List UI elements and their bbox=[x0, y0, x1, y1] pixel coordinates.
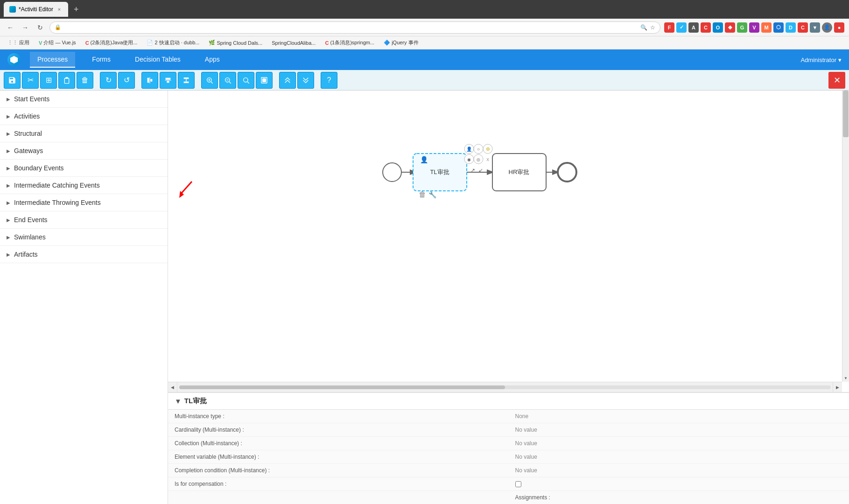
forward-button[interactable]: → bbox=[20, 22, 31, 33]
section-intermediate-catching-header[interactable]: ▶ Intermediate Catching Events bbox=[0, 177, 168, 194]
nav-apps[interactable]: Apps bbox=[197, 52, 227, 68]
section-intermediate-throwing-header[interactable]: ▶ Intermediate Throwing Events bbox=[0, 194, 168, 211]
zoom-out-button[interactable] bbox=[219, 72, 236, 89]
v-scroll-down[interactable]: ▼ bbox=[842, 375, 849, 382]
cut-button[interactable]: ✂ bbox=[22, 72, 39, 89]
chevron-down-icon: ▾ bbox=[838, 56, 842, 63]
h-scrollbar-track[interactable] bbox=[179, 385, 831, 389]
section-structural: ▶ Structural bbox=[0, 125, 168, 142]
zoom-in-button[interactable] bbox=[201, 72, 218, 89]
settings-icon[interactable]: 🔧 bbox=[428, 191, 437, 199]
nav-forms[interactable]: Forms bbox=[84, 52, 118, 68]
delete-icon[interactable]: 🗑 bbox=[419, 190, 426, 198]
browser-ext-1[interactable]: F bbox=[664, 22, 674, 33]
close-editor-button[interactable]: ✕ bbox=[828, 72, 845, 89]
section-start-events-header[interactable]: ▶ Start Events bbox=[0, 91, 168, 107]
align-stretch-button[interactable] bbox=[178, 72, 195, 89]
bookmark-apps[interactable]: ⋮⋮ 应用 bbox=[5, 38, 32, 47]
browser-ext-10[interactable]: ⬡ bbox=[773, 22, 784, 33]
prop-value-cardinality: No value bbox=[509, 423, 849, 437]
browser-ext-12[interactable]: C bbox=[798, 22, 808, 33]
route1-button[interactable] bbox=[279, 72, 296, 89]
undo-button[interactable]: ↻ bbox=[100, 72, 117, 89]
prop-label-collection: Collection (Multi-instance) : bbox=[168, 437, 509, 450]
h-scrollbar-thumb[interactable] bbox=[179, 385, 505, 389]
profile-icon[interactable]: 👤 bbox=[822, 22, 832, 33]
v-scrollbar-thumb[interactable] bbox=[843, 91, 849, 137]
bookmark-springcloud-alibaba[interactable]: SpringCloudAliba... bbox=[269, 39, 318, 47]
browser-ext-6[interactable]: ◆ bbox=[725, 22, 735, 33]
bookmark-springm[interactable]: C (1条消息)springm... bbox=[322, 38, 377, 47]
v-scrollbar[interactable]: ▼ bbox=[842, 91, 849, 382]
nav-decision-tables[interactable]: Decision Tables bbox=[127, 52, 188, 68]
start-event[interactable] bbox=[383, 163, 401, 182]
browser-ext-11[interactable]: D bbox=[786, 22, 796, 33]
help-button[interactable]: ? bbox=[321, 72, 337, 89]
tab-close-button[interactable]: × bbox=[56, 6, 63, 13]
browser-icons: F ✓ A C O ◆ G V M ⬡ D C ▼ 👤 ● bbox=[664, 22, 844, 33]
section-swimlanes-header[interactable]: ▶ Swimlanes bbox=[0, 229, 168, 245]
svg-rect-6 bbox=[166, 77, 171, 79]
diagram-canvas[interactable]: TL审批 👤 👤 ○ ⚙ ◉ ◎ X ↗ ↙ � bbox=[168, 91, 849, 392]
bookmark-dubbo[interactable]: 📄 2 快速启动 · dubb... bbox=[144, 38, 202, 47]
bookmark-vuejs[interactable]: V 介绍 — Vue.js bbox=[36, 38, 79, 47]
prop-value-is-compensation[interactable] bbox=[509, 477, 849, 491]
h-scroll-right[interactable]: ▶ bbox=[833, 382, 842, 392]
browser-ext-9[interactable]: M bbox=[761, 22, 772, 33]
url-input[interactable]: localhost:8080/activiti-app/editor/#/edi… bbox=[64, 24, 638, 31]
properties-title: TL审批 bbox=[184, 397, 207, 406]
browser-ext-5[interactable]: O bbox=[713, 22, 723, 33]
new-tab-button[interactable]: + bbox=[71, 5, 82, 14]
section-gateways-header[interactable]: ▶ Gateways bbox=[0, 142, 168, 159]
arrow-icon: ▶ bbox=[7, 97, 10, 102]
browser-ext-8[interactable]: V bbox=[749, 22, 759, 33]
save-button[interactable] bbox=[4, 72, 21, 89]
copy-button[interactable]: ⊞ bbox=[40, 72, 57, 89]
section-end-events-header[interactable]: ▶ End Events bbox=[0, 211, 168, 228]
paste-button[interactable] bbox=[58, 72, 75, 89]
browser-ext-13[interactable]: ▼ bbox=[810, 22, 820, 33]
redo-button[interactable]: ↺ bbox=[118, 72, 135, 89]
section-structural-label: Structural bbox=[14, 130, 42, 137]
browser-ext-7[interactable]: G bbox=[737, 22, 747, 33]
h-scroll-left[interactable]: ◀ bbox=[168, 382, 177, 392]
compensation-checkbox[interactable] bbox=[515, 481, 521, 487]
align-vertical-button[interactable] bbox=[141, 72, 158, 89]
properties-collapse-btn[interactable]: ▼ bbox=[175, 397, 182, 405]
bookmark-java[interactable]: C (2条消息)Java使用... bbox=[83, 38, 140, 47]
nav-processes[interactable]: Processes bbox=[30, 52, 75, 68]
align-horizontal-button[interactable] bbox=[160, 72, 176, 89]
refresh-button[interactable]: ↻ bbox=[35, 22, 46, 33]
delete-button[interactable]: 🗑 bbox=[77, 72, 93, 89]
user-menu[interactable]: Administrator ▾ bbox=[800, 56, 842, 63]
address-bar[interactable]: 🔒 localhost:8080/activiti-app/editor/#/e… bbox=[49, 21, 660, 34]
browser-tab[interactable]: *Activiti Editor × bbox=[4, 2, 68, 17]
section-structural-header[interactable]: ▶ Structural bbox=[0, 125, 168, 142]
svg-line-13 bbox=[211, 82, 213, 84]
apps-icon: ⋮⋮ bbox=[7, 40, 18, 46]
section-intermediate-catching: ▶ Intermediate Catching Events bbox=[0, 177, 168, 194]
action-sub3-text: X bbox=[486, 157, 489, 162]
browser-ext-2[interactable]: ✓ bbox=[676, 22, 687, 33]
bookmark-jquery[interactable]: 🔷 jQuery 事件 bbox=[381, 38, 421, 47]
route2-button[interactable] bbox=[297, 72, 314, 89]
browser-ext-3[interactable]: A bbox=[688, 22, 699, 33]
section-activities-header[interactable]: ▶ Activities bbox=[0, 108, 168, 125]
zoom-fit-button[interactable] bbox=[238, 72, 254, 89]
toolbar: ✂ ⊞ 🗑 ↻ ↺ ? ✕ bbox=[0, 70, 849, 91]
section-boundary-events-header[interactable]: ▶ Boundary Events bbox=[0, 160, 168, 176]
svg-rect-7 bbox=[167, 81, 169, 83]
back-button[interactable]: ← bbox=[5, 22, 16, 33]
end-event[interactable] bbox=[558, 163, 576, 182]
canvas-area[interactable]: TL审批 👤 👤 ○ ⚙ ◉ ◎ X ↗ ↙ � bbox=[168, 91, 849, 392]
spring-icon: 🌿 bbox=[209, 40, 215, 46]
action-sub1-text: ◉ bbox=[467, 157, 471, 162]
bookmark-spring-cloud[interactable]: 🌿 Spring Cloud Dals... bbox=[206, 39, 265, 47]
browser-ext-4[interactable]: C bbox=[701, 22, 711, 33]
browser-ext-14[interactable]: ● bbox=[834, 22, 844, 33]
svg-line-20 bbox=[247, 82, 249, 84]
zoom-frame-button[interactable] bbox=[256, 72, 273, 89]
properties-grid: Multi-instance type : None Cardinality (… bbox=[168, 410, 849, 504]
h-scrollbar[interactable]: ◀ ▶ bbox=[168, 382, 842, 392]
section-artifacts-header[interactable]: ▶ Artifacts bbox=[0, 246, 168, 263]
